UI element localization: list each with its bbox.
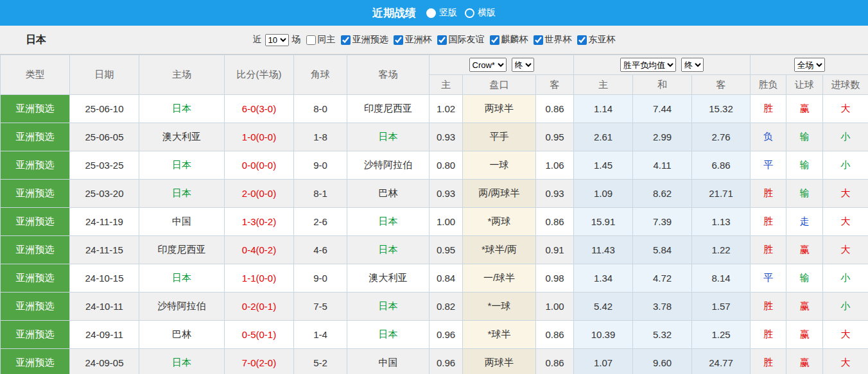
- match-row: 亚洲预选24-10-11沙特阿拉伯0-2(0-1)7-5日本0.82*一球1.0…: [1, 293, 868, 321]
- competition-filter[interactable]: 世界杯: [534, 34, 572, 46]
- result-wdl: 平: [751, 264, 786, 293]
- eu-away-odds: 1.22: [692, 236, 751, 264]
- ah-home-odds: 0.96: [430, 321, 463, 349]
- handicap-group-header: Crow* 终: [430, 55, 574, 75]
- layout-radio-group: 竖版横版: [419, 7, 496, 19]
- ah-away-odds: 0.95: [536, 123, 574, 151]
- match-row: 亚洲预选24-11-19中国1-3(0-2)2-6日本1.00*两球0.8615…: [1, 208, 868, 236]
- competition-checkbox[interactable]: [341, 35, 351, 45]
- sub-header-ah-line: 盘口: [463, 75, 536, 95]
- same-home-label: 同主: [318, 34, 336, 46]
- results-table: 类型 日期 主场 比分(半场) 角球 客场 Crow* 终 胜平负均值 终: [0, 55, 868, 374]
- ah-handicap-line: 两/两球半: [463, 180, 536, 208]
- score-halftime: 0-5(0-1): [225, 321, 294, 349]
- recent-count-select[interactable]: 10: [265, 34, 289, 46]
- competition-filter[interactable]: 东亚杯: [577, 34, 616, 46]
- ah-home-odds: 0.96: [430, 349, 463, 374]
- away-team: 澳大利亚: [347, 264, 430, 293]
- competition-type: 亚洲预选: [1, 293, 70, 321]
- ah-handicap-line: 平手: [463, 123, 536, 151]
- competition-checkbox[interactable]: [490, 35, 499, 45]
- ah-handicap-line: *两球: [463, 208, 536, 236]
- competition-checkbox[interactable]: [437, 35, 447, 45]
- europe-time-select[interactable]: 终: [681, 58, 704, 72]
- ah-away-odds: 1.06: [536, 151, 574, 180]
- competition-checkbox[interactable]: [534, 35, 543, 45]
- match-row: 亚洲预选24-10-15日本1-1(0-0)9-0澳大利亚0.84一/球半0.9…: [1, 264, 868, 293]
- competition-label: 东亚杯: [589, 34, 616, 46]
- ah-handicap-line: 两球半: [463, 95, 536, 123]
- corner-score: 4-6: [294, 236, 347, 264]
- col-header-corner: 角球: [294, 55, 347, 95]
- competition-checkbox[interactable]: [577, 35, 587, 45]
- layout-radio-vertical[interactable]: 竖版: [426, 7, 457, 19]
- eu-draw-odds: 4.11: [633, 151, 692, 180]
- competition-filter[interactable]: 麒麟杯: [490, 34, 528, 46]
- home-team: 沙特阿拉伯: [139, 293, 225, 321]
- europe-odds-select[interactable]: 胜平负均值: [620, 58, 676, 72]
- eu-away-odds: 24.77: [692, 349, 751, 374]
- match-row: 亚洲预选25-06-05澳大利亚1-0(0-0)1-8日本0.93平手0.952…: [1, 123, 868, 151]
- ah-handicap-line: *一球: [463, 293, 536, 321]
- eu-draw-odds: 5.84: [633, 236, 692, 264]
- results-tbody: 亚洲预选25-06-10日本6-0(3-0)8-0印度尼西亚1.02两球半0.8…: [1, 95, 868, 374]
- match-date: 24-11-19: [70, 208, 139, 236]
- result-goals: 大: [823, 95, 868, 123]
- result-goals: 大: [823, 208, 868, 236]
- result-wdl: 胜: [751, 321, 786, 349]
- eu-away-odds: 8.14: [692, 264, 751, 293]
- away-team: 中国: [347, 349, 430, 374]
- layout-radio-horizontal[interactable]: 横版: [465, 7, 496, 19]
- score-halftime: 0-2(0-1): [225, 293, 294, 321]
- match-date: 24-11-15: [70, 236, 139, 264]
- result-wdl: 胜: [751, 349, 786, 374]
- sub-header-ah-away: 客: [536, 75, 574, 95]
- result-wdl: 胜: [751, 293, 786, 321]
- handicap-time-select[interactable]: 终: [512, 58, 534, 72]
- ah-away-odds: 0.86: [536, 349, 574, 374]
- ah-away-odds: 0.91: [536, 236, 574, 264]
- away-team: 日本: [347, 208, 430, 236]
- result-scope-select[interactable]: 全场: [794, 58, 825, 72]
- home-team: 巴林: [139, 321, 225, 349]
- ah-home-odds: 0.82: [430, 293, 463, 321]
- competition-checkbox[interactable]: [394, 35, 403, 45]
- same-home-filter[interactable]: 同主: [306, 34, 336, 46]
- competition-type: 亚洲预选: [1, 95, 70, 123]
- ah-handicap-line: *球半: [463, 321, 536, 349]
- result-wdl: 胜: [751, 208, 786, 236]
- competition-type: 亚洲预选: [1, 208, 70, 236]
- result-handicap: 赢: [786, 293, 823, 321]
- competition-filter[interactable]: 亚洲预选: [341, 34, 388, 46]
- europe-group-header: 胜平负均值 终: [574, 55, 751, 75]
- recent-label: 近: [253, 34, 262, 46]
- result-goals: 小: [823, 151, 868, 180]
- eu-draw-odds: 9.60: [633, 349, 692, 374]
- score-halftime: 6-0(3-0): [225, 95, 294, 123]
- corner-score: 2-6: [294, 208, 347, 236]
- sub-header-ah-home: 主: [430, 75, 463, 95]
- eu-away-odds: 1.57: [692, 293, 751, 321]
- competition-filter[interactable]: 国际友谊: [437, 34, 485, 46]
- score-halftime: 1-3(0-2): [225, 208, 294, 236]
- match-date: 24-10-15: [70, 264, 139, 293]
- home-team: 印度尼西亚: [139, 236, 225, 264]
- team-name: 日本: [26, 33, 46, 47]
- competition-label: 国际友谊: [449, 34, 485, 46]
- ah-away-odds: 0.93: [536, 180, 574, 208]
- page-title: 近期战绩: [372, 6, 416, 21]
- same-home-checkbox[interactable]: [306, 35, 316, 45]
- result-handicap: 输: [786, 123, 823, 151]
- competition-filter[interactable]: 亚洲杯: [394, 34, 432, 46]
- competition-type: 亚洲预选: [1, 151, 70, 180]
- eu-home-odds: 15.91: [574, 208, 633, 236]
- match-date: 25-06-10: [70, 95, 139, 123]
- result-wdl: 平: [751, 151, 786, 180]
- home-team: 澳大利亚: [139, 123, 225, 151]
- competition-type: 亚洲预选: [1, 264, 70, 293]
- eu-home-odds: 2.61: [574, 123, 633, 151]
- ah-home-odds: 0.80: [430, 151, 463, 180]
- match-row: 亚洲预选24-11-15印度尼西亚0-4(0-2)4-6日本0.95*球半/两0…: [1, 236, 868, 264]
- bookmaker-select[interactable]: Crow*: [469, 58, 507, 72]
- result-goals: 大: [823, 180, 868, 208]
